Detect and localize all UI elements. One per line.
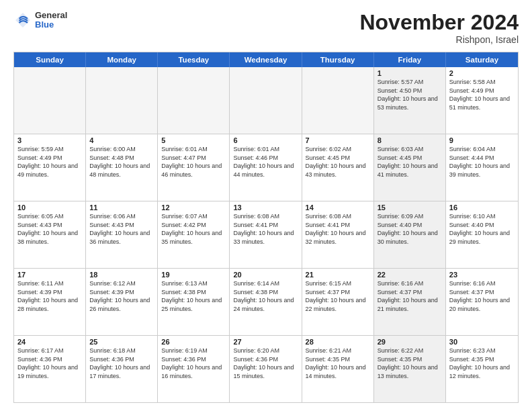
day-info: Sunrise: 6:12 AM Sunset: 4:39 PM Dayligh… (89, 279, 154, 313)
day-number: 4 (89, 136, 154, 144)
page: General Blue November 2024 Rishpon, Isra… (0, 0, 532, 411)
header-day-monday: Monday (86, 52, 158, 67)
calendar-header: SundayMondayTuesdayWednesdayThursdayFrid… (14, 52, 518, 67)
calendar-body: 1Sunrise: 5:57 AM Sunset: 4:50 PM Daylig… (14, 67, 518, 402)
day-number: 8 (378, 136, 442, 144)
day-number: 14 (306, 203, 370, 212)
calendar-cell: 10Sunrise: 6:05 AM Sunset: 4:43 PM Dayli… (14, 201, 86, 268)
day-number: 28 (306, 338, 370, 346)
calendar-cell: 24Sunrise: 6:17 AM Sunset: 4:36 PM Dayli… (14, 336, 86, 402)
day-number: 24 (17, 338, 82, 346)
calendar-cell (158, 67, 230, 134)
calendar-cell: 1Sunrise: 5:57 AM Sunset: 4:50 PM Daylig… (374, 67, 446, 134)
day-info: Sunrise: 6:07 AM Sunset: 4:42 PM Dayligh… (161, 212, 226, 246)
day-number: 22 (378, 271, 442, 279)
calendar-cell: 4Sunrise: 6:00 AM Sunset: 4:48 PM Daylig… (86, 134, 158, 201)
calendar-cell: 17Sunrise: 6:11 AM Sunset: 4:39 PM Dayli… (14, 269, 86, 335)
day-info: Sunrise: 6:16 AM Sunset: 4:37 PM Dayligh… (378, 279, 442, 313)
month-title: November 2024 (359, 11, 519, 34)
calendar-cell: 16Sunrise: 6:10 AM Sunset: 4:40 PM Dayli… (446, 201, 518, 268)
day-info: Sunrise: 6:04 AM Sunset: 4:44 PM Dayligh… (449, 145, 515, 179)
day-number: 23 (449, 271, 515, 279)
calendar-cell: 19Sunrise: 6:13 AM Sunset: 4:38 PM Dayli… (158, 269, 230, 335)
calendar-cell (230, 67, 302, 134)
header: General Blue November 2024 Rishpon, Isra… (13, 11, 519, 45)
day-number: 15 (378, 203, 442, 212)
calendar-cell (302, 67, 374, 134)
calendar-cell: 30Sunrise: 6:23 AM Sunset: 4:35 PM Dayli… (446, 336, 518, 402)
calendar-cell: 11Sunrise: 6:06 AM Sunset: 4:43 PM Dayli… (86, 201, 158, 268)
header-day-thursday: Thursday (302, 52, 374, 67)
day-number: 27 (233, 338, 298, 346)
day-info: Sunrise: 6:16 AM Sunset: 4:37 PM Dayligh… (449, 279, 515, 313)
day-info: Sunrise: 5:57 AM Sunset: 4:50 PM Dayligh… (378, 78, 442, 111)
day-number: 30 (449, 338, 515, 346)
day-info: Sunrise: 6:15 AM Sunset: 4:37 PM Dayligh… (306, 279, 370, 313)
location: Rishpon, Israel (359, 34, 519, 45)
day-number: 5 (161, 136, 226, 144)
day-info: Sunrise: 6:01 AM Sunset: 4:46 PM Dayligh… (233, 145, 298, 179)
header-day-wednesday: Wednesday (230, 52, 302, 67)
calendar-cell: 9Sunrise: 6:04 AM Sunset: 4:44 PM Daylig… (446, 134, 518, 201)
calendar-cell: 13Sunrise: 6:08 AM Sunset: 4:41 PM Dayli… (230, 201, 302, 268)
day-info: Sunrise: 6:17 AM Sunset: 4:36 PM Dayligh… (17, 347, 82, 380)
calendar-cell: 3Sunrise: 5:59 AM Sunset: 4:49 PM Daylig… (14, 134, 86, 201)
day-info: Sunrise: 6:11 AM Sunset: 4:39 PM Dayligh… (17, 279, 82, 313)
calendar-row-1: 3Sunrise: 5:59 AM Sunset: 4:49 PM Daylig… (14, 134, 518, 201)
day-number: 26 (161, 338, 226, 346)
day-info: Sunrise: 6:14 AM Sunset: 4:38 PM Dayligh… (233, 279, 298, 313)
calendar-row-0: 1Sunrise: 5:57 AM Sunset: 4:50 PM Daylig… (14, 67, 518, 134)
day-number: 7 (306, 136, 370, 144)
title-block: November 2024 Rishpon, Israel (359, 11, 519, 45)
day-info: Sunrise: 6:19 AM Sunset: 4:36 PM Dayligh… (161, 347, 226, 380)
calendar-cell: 29Sunrise: 6:22 AM Sunset: 4:35 PM Dayli… (374, 336, 446, 402)
calendar-row-3: 17Sunrise: 6:11 AM Sunset: 4:39 PM Dayli… (14, 269, 518, 336)
day-number: 19 (161, 271, 226, 279)
day-info: Sunrise: 6:23 AM Sunset: 4:35 PM Dayligh… (449, 347, 515, 380)
calendar-cell: 25Sunrise: 6:18 AM Sunset: 4:36 PM Dayli… (86, 336, 158, 402)
calendar-cell: 7Sunrise: 6:02 AM Sunset: 4:45 PM Daylig… (302, 134, 374, 201)
logo-general: General (35, 11, 67, 20)
day-number: 6 (233, 136, 298, 144)
header-day-friday: Friday (374, 52, 446, 67)
day-info: Sunrise: 6:09 AM Sunset: 4:40 PM Dayligh… (378, 212, 442, 246)
calendar-cell: 15Sunrise: 6:09 AM Sunset: 4:40 PM Dayli… (374, 201, 446, 268)
calendar-cell: 12Sunrise: 6:07 AM Sunset: 4:42 PM Dayli… (158, 201, 230, 268)
day-number: 18 (89, 271, 154, 279)
day-number: 9 (449, 136, 515, 144)
day-number: 17 (17, 271, 82, 279)
day-number: 1 (378, 69, 442, 77)
day-info: Sunrise: 6:22 AM Sunset: 4:35 PM Dayligh… (378, 347, 442, 380)
day-info: Sunrise: 6:00 AM Sunset: 4:48 PM Dayligh… (89, 145, 154, 179)
day-info: Sunrise: 6:01 AM Sunset: 4:47 PM Dayligh… (161, 145, 226, 179)
day-info: Sunrise: 6:18 AM Sunset: 4:36 PM Dayligh… (89, 347, 154, 380)
calendar-cell: 5Sunrise: 6:01 AM Sunset: 4:47 PM Daylig… (158, 134, 230, 201)
day-number: 29 (378, 338, 442, 346)
calendar-cell: 18Sunrise: 6:12 AM Sunset: 4:39 PM Dayli… (86, 269, 158, 335)
header-day-tuesday: Tuesday (158, 52, 230, 67)
day-info: Sunrise: 6:10 AM Sunset: 4:40 PM Dayligh… (449, 212, 515, 246)
day-number: 21 (306, 271, 370, 279)
calendar-cell: 20Sunrise: 6:14 AM Sunset: 4:38 PM Dayli… (230, 269, 302, 335)
day-number: 12 (161, 203, 226, 212)
day-number: 25 (89, 338, 154, 346)
calendar-cell: 26Sunrise: 6:19 AM Sunset: 4:36 PM Dayli… (158, 336, 230, 402)
logo-text: General Blue (35, 11, 67, 30)
day-number: 13 (233, 203, 298, 212)
calendar-row-2: 10Sunrise: 6:05 AM Sunset: 4:43 PM Dayli… (14, 201, 518, 269)
day-info: Sunrise: 6:03 AM Sunset: 4:45 PM Dayligh… (378, 145, 442, 179)
calendar-cell: 28Sunrise: 6:21 AM Sunset: 4:35 PM Dayli… (302, 336, 374, 402)
calendar-cell: 6Sunrise: 6:01 AM Sunset: 4:46 PM Daylig… (230, 134, 302, 201)
day-number: 2 (449, 69, 515, 77)
calendar-cell: 2Sunrise: 5:58 AM Sunset: 4:49 PM Daylig… (446, 67, 518, 134)
calendar-cell: 27Sunrise: 6:20 AM Sunset: 4:36 PM Dayli… (230, 336, 302, 402)
logo: General Blue (13, 11, 67, 30)
day-info: Sunrise: 6:20 AM Sunset: 4:36 PM Dayligh… (233, 347, 298, 380)
calendar-cell: 23Sunrise: 6:16 AM Sunset: 4:37 PM Dayli… (446, 269, 518, 335)
day-number: 11 (89, 203, 154, 212)
calendar-cell: 21Sunrise: 6:15 AM Sunset: 4:37 PM Dayli… (302, 269, 374, 335)
calendar: SundayMondayTuesdayWednesdayThursdayFrid… (13, 52, 519, 403)
day-info: Sunrise: 6:08 AM Sunset: 4:41 PM Dayligh… (233, 212, 298, 246)
header-day-saturday: Saturday (446, 52, 518, 67)
day-number: 10 (17, 203, 82, 212)
